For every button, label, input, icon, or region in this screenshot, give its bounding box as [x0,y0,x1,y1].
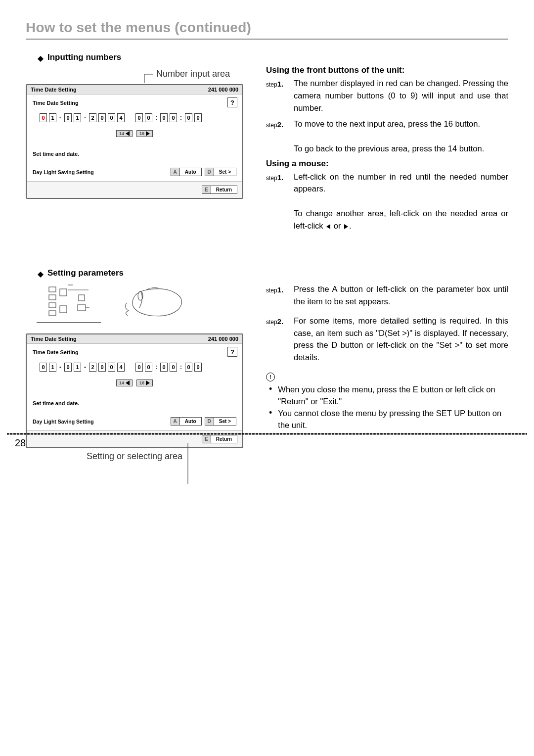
dls-label: Day Light Saving Setting [33,419,168,425]
step-item: step2. To move to the next input area, p… [266,118,508,154]
device-illustrations [37,283,243,323]
keypad-icon [37,283,101,323]
date-digit[interactable]: 4 [117,113,125,122]
date-digit[interactable]: 2 [89,113,96,122]
nav-prev-button[interactable]: 14 [116,130,133,137]
date-digit[interactable]: 2 [89,363,96,372]
time-digit[interactable]: 0 [194,363,202,372]
time-digit[interactable]: 0 [170,363,177,372]
time-date-panel-1: Time Date Setting 241 000 000 Time Date … [26,84,243,199]
triangle-left-icon [126,380,130,385]
date-time-digits: 0 1 - 0 1 - 2 0 0 4 0 0 [33,363,236,372]
time-digit[interactable]: 0 [185,113,192,122]
svg-rect-11 [78,305,86,311]
mouse-icon [123,283,187,323]
svg-rect-3 [49,295,56,300]
auto-button[interactable]: AAuto [171,168,202,176]
note-item: When you close the menu, press the E but… [269,384,508,408]
diamond-icon [38,53,44,59]
triangle-left-icon [326,224,330,229]
dotted-rule [7,432,527,435]
return-button[interactable]: EReturn [202,435,237,443]
subheading-setting: Setting parameters [38,268,243,278]
svg-rect-2 [49,287,56,292]
dls-label: Day Light Saving Setting [33,169,168,175]
help-button[interactable]: ? [227,347,237,357]
step-item: step2. For some items, more detailed set… [266,315,508,364]
panel-subtitle: Time Date Setting [33,100,79,106]
step-item: step1. The number displayed in red can b… [266,77,508,114]
panel-subtitle: Time Date Setting [33,349,79,355]
nav-next-button[interactable]: 16 [136,379,153,386]
notes-list: When you close the menu, press the E but… [266,384,508,431]
time-date-panel-2: Time Date Setting 241 000 000 Time Date … [26,333,243,448]
date-digit[interactable]: 0 [64,113,72,122]
time-digit[interactable]: 0 [145,363,152,372]
help-button[interactable]: ? [227,97,237,107]
set-button[interactable]: DSet > [205,417,236,425]
caption-setting-area: Setting or selecting area [26,451,243,462]
svg-rect-7 [60,306,67,313]
info-icon: ! [266,373,275,381]
date-digit[interactable]: 0 [98,113,106,122]
time-digit[interactable]: 0 [135,113,143,122]
heading-front-buttons: Using the front buttons of the unit: [266,65,508,75]
subheading-inputting: Inputting numbers [38,52,243,62]
svg-rect-4 [49,303,56,308]
nav-prev-button[interactable]: 14 [116,379,133,386]
date-digit[interactable]: 1 [49,113,56,122]
set-button[interactable]: DSet > [205,168,236,176]
time-digit[interactable]: 0 [185,363,192,372]
time-digit[interactable]: 0 [145,113,152,122]
svg-rect-10 [79,295,85,301]
triangle-right-icon [344,224,348,229]
date-digit[interactable]: 0 [108,113,115,122]
auto-button[interactable]: AAuto [171,417,202,425]
date-digit[interactable]: 1 [74,113,81,122]
diamond-icon [38,269,44,275]
time-digit[interactable]: 0 [160,363,168,372]
date-digit[interactable]: 0 [108,363,115,372]
hint-text: Set time and date. [33,400,236,406]
step-item: step1. Press the A button or left-click … [266,283,508,308]
date-digit[interactable]: 1 [74,363,81,372]
svg-rect-6 [60,289,67,296]
triangle-right-icon [146,380,150,385]
time-digit[interactable]: 0 [194,113,202,122]
date-digit[interactable]: 0 [98,363,106,372]
date-digit[interactable]: 1 [49,363,56,372]
time-digit[interactable]: 0 [160,113,168,122]
date-time-digits: 0 1 - 0 1 - 2 0 0 4 0 0 : 0 [33,113,236,122]
caption-number-input-area: Number input area [153,69,230,79]
time-digit[interactable]: 0 [170,113,177,122]
heading-mouse: Using a mouse: [266,159,508,169]
page-number: 28 [15,437,26,449]
date-digit[interactable]: 4 [117,363,125,372]
panel-code: 241 000 000 [208,87,238,93]
note-item: You cannot close the menu by pressing th… [269,408,508,431]
panel-title: Time Date Setting [31,87,77,93]
section-inputting-numbers: Inputting numbers Number input area Time… [26,52,508,236]
step-item: step1. Left-click on the number in red u… [266,171,508,232]
nav-next-button[interactable]: 16 [136,130,153,137]
hint-text: Set time and date. [33,151,236,157]
panel-title: Time Date Setting [31,336,77,342]
date-digit[interactable]: 0 [40,363,47,372]
date-digit[interactable]: 0 [40,113,47,122]
date-digit[interactable]: 0 [64,363,72,372]
triangle-right-icon [146,131,150,136]
return-button[interactable]: EReturn [202,186,237,194]
panel-code: 241 000 000 [208,336,238,342]
triangle-left-icon [126,131,130,136]
time-digit[interactable]: 0 [135,363,143,372]
svg-rect-5 [49,311,56,316]
page-title: How to set the menus (continued) [26,20,508,40]
